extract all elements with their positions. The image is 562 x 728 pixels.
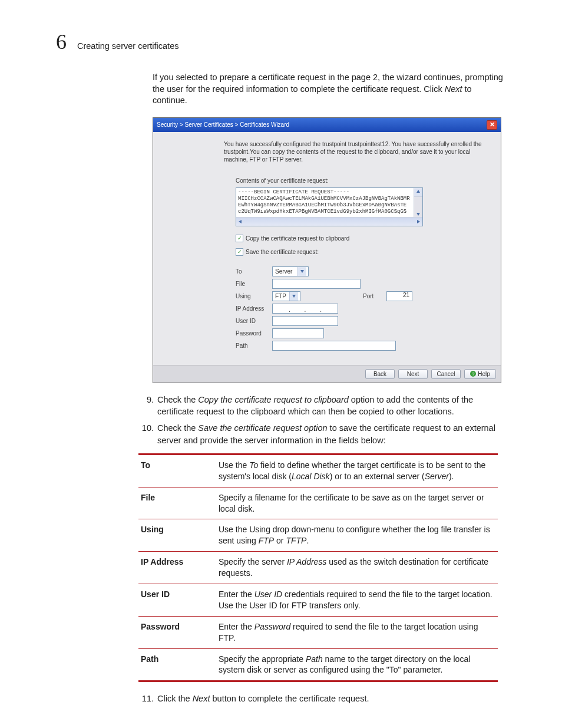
text-italic: Path (306, 654, 323, 664)
field-desc: Specify the appropriate Path name to the… (216, 648, 498, 681)
step-number: 9. (138, 394, 154, 418)
text: Enter the (219, 622, 254, 631)
field-name: Password (138, 616, 216, 648)
step-number: 10. (138, 422, 154, 446)
ip-address-input[interactable]: ... (272, 304, 338, 314)
chevron-down-icon (289, 292, 298, 301)
text-italic: Next (193, 694, 210, 703)
table-row: To Use the To field to define whether th… (138, 454, 498, 487)
save-request-label: Save the certificate request: (246, 249, 319, 255)
chapter-number: 6 (56, 29, 67, 54)
text: or (274, 536, 286, 545)
to-select[interactable]: Server (272, 266, 309, 276)
back-button[interactable]: Back (365, 369, 395, 379)
save-request-checkbox[interactable]: ✓ (236, 248, 243, 256)
text-italic: Copy the certificate request to clipboar… (198, 395, 349, 404)
userid-label: User ID (236, 318, 272, 324)
field-desc: Use the To field to define whether the t… (216, 454, 498, 487)
step-number: 11. (138, 693, 154, 704)
text-italic: Local Disk (292, 472, 330, 481)
certificates-wizard-dialog: Security > Server Certificates > Certifi… (153, 117, 501, 383)
using-value: FTP (275, 293, 286, 299)
table-row: File Specify a filename for the certific… (138, 487, 498, 519)
text-italic: TFTP (286, 536, 306, 545)
page-header: 6 Creating server certificates (56, 29, 506, 54)
back-label: Back (373, 371, 386, 377)
field-name: File (138, 487, 216, 519)
field-name: Using (138, 519, 216, 552)
field-description-table: To Use the To field to define whether th… (138, 453, 498, 682)
intro-paragraph: If you selected to prepare a certificate… (153, 72, 506, 107)
text: Specify the server (219, 557, 287, 566)
text-italic: Server (425, 472, 449, 481)
to-value: Server (275, 268, 292, 275)
text: ) or to an external server ( (330, 472, 425, 481)
next-label: Next (407, 371, 419, 377)
text-italic: Save the certificate request option (198, 423, 327, 433)
text: Click the (157, 694, 193, 703)
contents-label: Contents of your certificate request: (236, 177, 495, 184)
text: . (306, 536, 309, 545)
field-name: Path (138, 648, 216, 681)
table-row: Path Specify the appropriate Path name t… (138, 648, 498, 681)
password-label: Password (236, 330, 272, 337)
file-label: File (236, 281, 272, 287)
wizard-info-text: You have successfully configured the tru… (224, 140, 483, 163)
table-row: Password Enter the Password required to … (138, 616, 498, 648)
text: Specify the appropriate (219, 654, 306, 664)
field-desc: Enter the Password required to send the … (216, 616, 498, 648)
path-input[interactable] (272, 341, 396, 351)
table-row: IP Address Specify the server IP Address… (138, 552, 498, 584)
table-row: User ID Enter the User ID credentials re… (138, 584, 498, 617)
step-11: 11. Click the Next button to complete th… (138, 693, 506, 704)
field-desc: Use the Using drop down-menu to configur… (216, 519, 498, 552)
text: button to complete the certificate reque… (210, 694, 369, 703)
copy-to-clipboard-checkbox[interactable]: ✓ (236, 235, 243, 242)
field-name: IP Address (138, 552, 216, 584)
field-desc: Specify the server IP Address used as th… (216, 552, 498, 584)
text: Enter the (219, 589, 254, 599)
password-input[interactable] (272, 328, 324, 338)
port-label: Port (363, 293, 386, 299)
scrollbar-horizontal[interactable] (236, 217, 422, 226)
close-icon[interactable]: ✕ (487, 120, 497, 130)
copy-to-clipboard-label: Copy the certificate request to clipboar… (246, 235, 349, 242)
text: ). (449, 472, 454, 481)
cancel-label: Cancel (437, 371, 455, 377)
field-desc: Enter the User ID credentials required t… (216, 584, 498, 617)
help-icon: ? (470, 371, 476, 377)
port-value: 21 (403, 292, 409, 298)
using-select[interactable]: FTP (272, 291, 300, 301)
chevron-down-icon (297, 267, 306, 276)
port-input[interactable]: 21 (386, 291, 412, 301)
text-italic: Password (254, 622, 290, 631)
dialog-footer: Back Next Cancel ?Help (153, 365, 501, 383)
certificate-request-textarea[interactable]: -----BEGIN CERTIFICATE REQUEST----- MIIC… (236, 187, 423, 226)
section-title: Creating server certificates (77, 41, 178, 51)
help-label: Help (478, 371, 490, 377)
dialog-titlebar: Security > Server Certificates > Certifi… (153, 118, 501, 132)
text-italic: FTP (259, 536, 274, 545)
help-button[interactable]: ?Help (464, 369, 496, 379)
next-button[interactable]: Next (398, 369, 428, 379)
cancel-button[interactable]: Cancel (431, 369, 461, 379)
to-label: To (236, 268, 272, 275)
step-9: 9. Check the Copy the certificate reques… (138, 394, 506, 418)
scrollbar-vertical[interactable] (414, 188, 422, 218)
certificate-text: -----BEGIN CERTIFICATE REQUEST----- MIIC… (238, 189, 410, 215)
step-10: 10. Check the Save the certificate reque… (138, 422, 506, 446)
dialog-title: Security > Server Certificates > Certifi… (157, 121, 289, 128)
field-name: To (138, 454, 216, 487)
field-desc: Specify a filename for the certificate t… (216, 487, 498, 519)
file-input[interactable] (272, 279, 361, 289)
text-italic: User ID (254, 589, 282, 599)
field-name: User ID (138, 584, 216, 617)
text-italic: Next (445, 84, 462, 94)
text: Check the (157, 423, 198, 433)
text-italic: To (249, 460, 258, 470)
text-italic: IP Address (287, 557, 326, 566)
text: Use the (219, 460, 249, 470)
path-label: Path (236, 342, 272, 349)
userid-input[interactable] (272, 316, 338, 326)
using-label: Using (236, 293, 272, 299)
